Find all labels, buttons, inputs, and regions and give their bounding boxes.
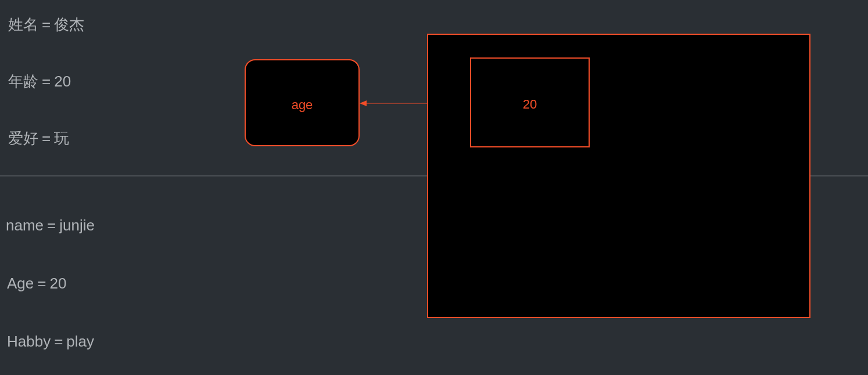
assignment-key: 年龄 (8, 73, 38, 90)
assignment-value: 20 (49, 275, 66, 292)
equals-symbol: = (37, 275, 46, 292)
equals-symbol: = (47, 217, 56, 234)
assignment-value: 俊杰 (54, 16, 84, 33)
equals-symbol: = (42, 16, 51, 33)
assignment-value: 20 (54, 73, 71, 90)
assignment-zh-hobby: 爱好=玩 (8, 128, 69, 149)
assignment-en-age: Age=20 (7, 275, 66, 293)
diagram-canvas: 姓名=俊杰 年龄=20 爱好=玩 name=junjie Age=20 Habb… (0, 0, 868, 375)
assignment-value: play (66, 333, 94, 350)
assignment-key: Age (7, 275, 34, 292)
assignment-value: junjie (59, 217, 95, 234)
assignment-zh-age: 年龄=20 (8, 71, 71, 92)
svg-marker-1 (360, 100, 367, 106)
assignment-key: Habby (7, 333, 51, 350)
assignment-key: 姓名 (8, 16, 38, 33)
assignment-en-hobby: Habby=play (7, 333, 94, 351)
assignment-key: name (6, 217, 44, 234)
variable-box: age (245, 59, 360, 146)
value-label: 20 (471, 97, 589, 112)
value-box: 20 (470, 57, 590, 147)
equals-symbol: = (42, 73, 51, 90)
equals-symbol: = (54, 333, 63, 350)
assignment-en-name: name=junjie (6, 217, 95, 235)
assignment-zh-name: 姓名=俊杰 (8, 15, 84, 35)
variable-label: age (246, 98, 358, 113)
equals-symbol: = (42, 129, 51, 147)
assignment-value: 玩 (54, 129, 69, 147)
assignment-key: 爱好 (8, 129, 38, 147)
